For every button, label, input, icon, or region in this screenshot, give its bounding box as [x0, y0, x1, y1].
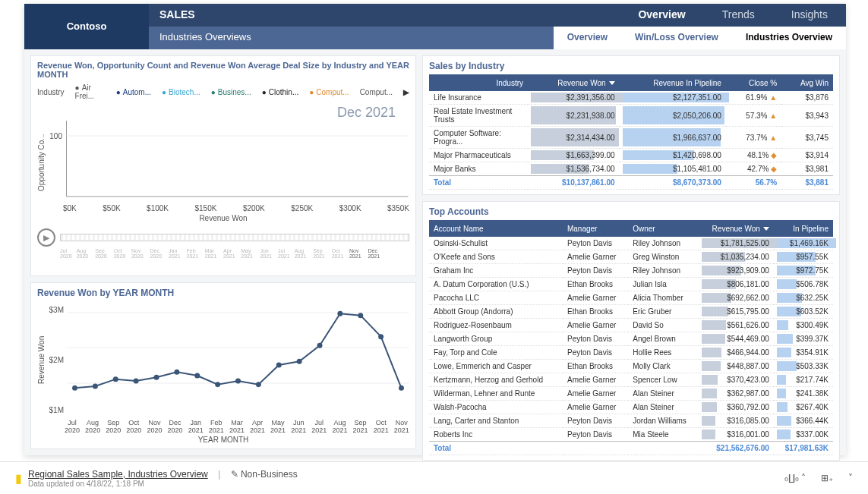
table-row[interactable]: Osinski-SchulistPeyton DavisRiley Johnso…	[429, 237, 833, 250]
footer-bar: ▮ Regional Sales Sample, Industries Over…	[0, 461, 868, 494]
scatter-date-hint: Dec 2021	[37, 100, 409, 121]
table-row[interactable]: Computer Software: Progra...$2,314,434.0…	[429, 127, 833, 149]
table-row[interactable]: O'Keefe and SonsAmelie GarnerGreg Winsto…	[429, 250, 833, 264]
time-slider[interactable]	[60, 234, 409, 241]
table-row[interactable]: Walsh-PacochaAmelie GarnerAlan Steiner$3…	[429, 401, 833, 414]
svg-point-22	[399, 385, 404, 391]
col-header[interactable]: Revenue Won	[528, 74, 620, 91]
legend-arrow-right-icon[interactable]: ▶	[403, 88, 409, 96]
linechart-xlabel: YEAR MONTH	[37, 436, 409, 444]
table-row[interactable]: Major Pharmaceuticals$1,663,399.00$1,420…	[429, 149, 833, 162]
xtick: $250K	[291, 204, 313, 212]
svg-point-8	[113, 376, 118, 382]
total-row: Total$10,137,861.00$8,670,373.0056.7%$3,…	[429, 176, 833, 190]
accounts-title: Top Accounts	[429, 206, 833, 217]
col-header[interactable]: Manager	[563, 220, 628, 237]
svg-point-13	[215, 382, 220, 387]
legend-item[interactable]: Autom...	[116, 88, 151, 96]
scatter-title: Revenue Won, Opportunity Count and Reven…	[37, 61, 409, 79]
xtick: $0K	[63, 204, 77, 212]
subnav-winloss[interactable]: Win/Loss Overview	[621, 27, 732, 49]
nav-trends[interactable]: Trends	[704, 4, 773, 27]
linechart-ylabel: Revenue Won	[37, 301, 46, 419]
svg-point-6	[72, 385, 77, 391]
scatter-xlabel: Revenue Won	[37, 214, 409, 222]
legend-item[interactable]: Comput...	[360, 88, 393, 96]
svg-point-21	[378, 334, 383, 339]
accounts-card[interactable]: Top Accounts Account NameManagerOwnerRev…	[422, 201, 840, 461]
linechart-card[interactable]: Revenue Won by YEAR MONTH Revenue Won $3…	[30, 282, 416, 449]
table-row[interactable]: A. Datum Corporation (U.S.)Ethan BrooksJ…	[429, 278, 833, 291]
industry-title: Sales by Industry	[429, 61, 833, 71]
col-header[interactable]: Revenue In Pipeline	[620, 74, 726, 91]
xtick: $50K	[103, 204, 120, 212]
svg-point-9	[134, 379, 139, 384]
table-row[interactable]: Rodriguez-RosenbaumAmelie GarnerDavid So…	[429, 319, 833, 332]
header-subtitle: Industries Overviews	[149, 27, 262, 49]
svg-point-18	[317, 343, 323, 348]
legend-item[interactable]: Air Frei...	[75, 83, 106, 100]
brand-logo: Contoso	[24, 4, 149, 49]
nav-overview[interactable]: Overview	[620, 4, 703, 27]
main-nav: Overview Trends Insights	[620, 4, 846, 27]
table-row[interactable]: Real Estate Investment Trusts$2,231,938.…	[429, 105, 833, 127]
table-row[interactable]: Roberts IncPeyton DavisMia Steele$316,00…	[429, 428, 833, 442]
sub-nav: Overview Win/Loss Overview Industries Ov…	[554, 27, 846, 49]
total-row: Total$21,562,676.00$17,981.63K	[429, 442, 833, 455]
col-header[interactable]: Owner	[628, 220, 699, 237]
svg-point-15	[256, 382, 261, 387]
accounts-table[interactable]: Account NameManagerOwnerRevenue WonIn Pi…	[429, 220, 833, 455]
col-header[interactable]: Account Name	[429, 220, 563, 237]
legend-item[interactable]: Comput...	[309, 88, 349, 96]
table-row[interactable]: Lang, Carter and StantonPeyton DavisJord…	[429, 414, 833, 428]
col-header[interactable]: Revenue Won	[699, 220, 773, 237]
col-header[interactable]: Close %	[726, 74, 781, 91]
svg-point-12	[194, 373, 200, 379]
svg-point-16	[276, 363, 282, 368]
play-button[interactable]: ▶	[37, 228, 55, 247]
subnav-overview[interactable]: Overview	[554, 27, 621, 49]
xtick: $350K	[387, 204, 409, 212]
svg-point-20	[358, 313, 363, 318]
col-header[interactable]: In Pipeline	[774, 220, 833, 237]
table-row[interactable]: Langworth GroupPeyton DavisAngel Brown$5…	[429, 332, 833, 346]
svg-point-11	[174, 370, 179, 375]
scatter-card[interactable]: Revenue Won, Opportunity Count and Reven…	[30, 55, 416, 276]
industry-card[interactable]: Sales by Industry IndustryRevenue WonRev…	[422, 55, 840, 195]
chevron-down-icon[interactable]: ˅	[848, 473, 853, 483]
nav-insights[interactable]: Insights	[773, 4, 846, 27]
svg-point-19	[337, 311, 342, 316]
svg-point-7	[93, 384, 98, 389]
legend-item[interactable]: Biotech...	[162, 88, 200, 96]
table-row[interactable]: Life Insurance$2,391,356.00$2,127,351.00…	[429, 91, 833, 105]
table-row[interactable]: Wilderman, Lehner and RunteAmelie Garner…	[429, 387, 833, 401]
linechart-title: Revenue Won by YEAR MONTH	[37, 288, 409, 298]
subnav-industries[interactable]: Industries Overview	[732, 27, 846, 49]
legend-item[interactable]: Clothin...	[262, 88, 299, 96]
table-row[interactable]: Kertzmann, Herzog and GerholdAmelie Garn…	[429, 373, 833, 387]
chart-view-icon[interactable]: ₀∐₀ ˄	[784, 473, 806, 483]
legend-item[interactable]: Busines...	[211, 88, 251, 96]
scatter-legend[interactable]: Industry Air Frei... Autom... Biotech...…	[37, 83, 409, 100]
xtick: $150K	[194, 204, 216, 212]
sensitivity-label: Non-Business	[241, 469, 298, 480]
table-row[interactable]: Lowe, Emmerich and CasperEthan BrooksMol…	[429, 360, 833, 373]
legend-label: Industry	[37, 88, 65, 96]
industry-table[interactable]: IndustryRevenue WonRevenue In PipelineCl…	[429, 74, 833, 190]
scatter-ytick: 100	[49, 132, 62, 140]
header-title: SALES	[149, 4, 206, 27]
table-row[interactable]: Pacocha LLCAmelie GarnerAlicia Thomber$6…	[429, 291, 833, 305]
svg-point-10	[154, 375, 159, 380]
svg-point-17	[297, 359, 302, 364]
add-tile-icon[interactable]: ⊞₊	[821, 473, 833, 483]
table-row[interactable]: Graham IncPeyton DavisRiley Johnson$923,…	[429, 264, 833, 278]
col-header[interactable]: Avg Win	[781, 74, 833, 91]
col-header[interactable]: Industry	[429, 74, 528, 91]
xtick: $300K	[339, 204, 361, 212]
footer-report-link[interactable]: Regional Sales Sample, Industries Overvi…	[28, 469, 208, 480]
svg-point-14	[235, 379, 241, 384]
table-row[interactable]: Major Banks$1,536,734.00$1,105,481.0042.…	[429, 162, 833, 176]
table-row[interactable]: Fay, Torp and ColePeyton DavisHollie Ree…	[429, 346, 833, 360]
table-row[interactable]: Abbott Group (Andorra)Ethan BrooksEric G…	[429, 305, 833, 319]
powerbi-icon: ▮	[15, 471, 22, 486]
